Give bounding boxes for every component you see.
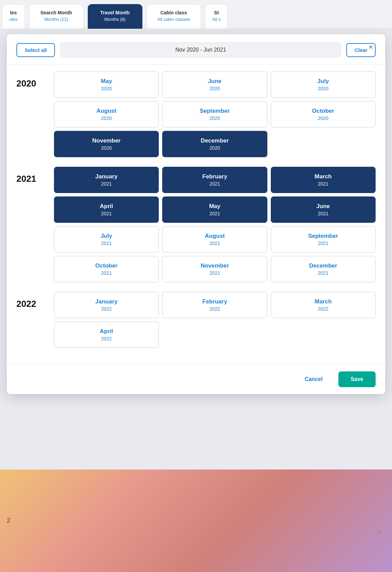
month-btn-january-2021[interactable]: January2021	[54, 167, 159, 193]
month-year: 2022	[58, 336, 155, 341]
year-section-2021: 2021January2021February2021March2021Apri…	[16, 167, 376, 282]
month-btn-october-2020[interactable]: October2020	[271, 101, 376, 127]
month-btn-april-2021[interactable]: April2021	[54, 196, 159, 223]
nav-tabs: tes utes Search Month Months (12) Travel…	[0, 0, 392, 29]
month-year: 2021	[275, 270, 372, 276]
month-year: 2020	[58, 115, 155, 121]
month-year: 2021	[166, 211, 263, 216]
month-name: March	[275, 173, 372, 180]
months-grid-2021: January2021February2021March2021April202…	[54, 167, 376, 282]
month-year: 2020	[58, 86, 155, 91]
month-btn-december-2021[interactable]: December2021	[271, 256, 376, 282]
month-year: 2020	[166, 145, 263, 151]
month-btn-february-2021[interactable]: February2021	[162, 167, 267, 193]
month-year: 2022	[275, 306, 372, 312]
month-year: 2020	[58, 145, 155, 151]
month-name: August	[58, 108, 155, 114]
month-name: January	[58, 298, 155, 305]
month-name: May	[58, 78, 155, 85]
month-year: 2022	[58, 306, 155, 312]
month-name: April	[58, 328, 155, 335]
dropdown-footer: Cancel Save	[7, 364, 385, 394]
tab-cabin-class[interactable]: Cabin class All cabin classes	[146, 4, 201, 29]
month-name: February	[166, 298, 263, 305]
month-name: October	[58, 262, 155, 269]
month-btn-may-2021[interactable]: May2021	[162, 196, 267, 223]
month-btn-july-2021[interactable]: July2021	[54, 226, 159, 253]
close-button[interactable]: ×	[365, 41, 377, 53]
tab-search-month-value: Months (12)	[39, 17, 74, 22]
month-btn-december-2020[interactable]: December2020	[162, 131, 267, 157]
tab-status[interactable]: St All s	[205, 4, 228, 29]
months-container: 2020May2020June2020July2020August2020Sep…	[7, 65, 385, 364]
year-section-2020: 2020May2020June2020July2020August2020Sep…	[16, 71, 376, 157]
tab-cabin-class-label: Cabin class	[156, 10, 191, 15]
month-btn-february-2022[interactable]: February2022	[162, 292, 267, 318]
month-btn-july-2020[interactable]: July2020	[271, 71, 376, 98]
save-button[interactable]: Save	[338, 371, 376, 387]
month-name: June	[166, 78, 263, 85]
tab-travel-month-label: Travel Month	[98, 10, 132, 15]
month-name: November	[58, 137, 155, 144]
cancel-button[interactable]: Cancel	[294, 371, 333, 387]
month-btn-august-2020[interactable]: August2020	[54, 101, 159, 127]
date-range-display: Nov 2020 - Jun 2021	[60, 42, 341, 57]
tab-cabin-class-value: All cabin classes	[156, 17, 191, 22]
month-year: 2020	[166, 115, 263, 121]
bg-left-text: 2	[7, 517, 10, 524]
month-year: 2022	[166, 306, 263, 312]
month-year: 2021	[166, 241, 263, 246]
month-year: 2021	[58, 181, 155, 187]
month-name: September	[166, 108, 263, 114]
tab-routes-label: tes	[9, 10, 18, 15]
month-name: November	[166, 262, 263, 269]
month-year: 2020	[275, 86, 372, 91]
background-visual	[0, 469, 392, 572]
month-btn-january-2022[interactable]: January2022	[54, 292, 159, 318]
months-grid-2022: January2022February2022March2022April202…	[54, 292, 376, 348]
month-btn-march-2021[interactable]: March2021	[271, 167, 376, 193]
year-label-2022: 2022	[16, 292, 54, 309]
month-name: December	[275, 262, 372, 269]
month-btn-september-2020[interactable]: September2020	[162, 101, 267, 127]
year-label-2021: 2021	[16, 167, 54, 184]
month-year: 2021	[275, 241, 372, 246]
month-year: 2020	[275, 115, 372, 121]
travel-month-dropdown: Select all Nov 2020 - Jun 2021 Clear × 2…	[7, 34, 385, 394]
month-name: April	[58, 203, 155, 210]
year-section-2022: 2022January2022February2022March2022Apri…	[16, 292, 376, 348]
month-name: February	[166, 173, 263, 180]
month-btn-november-2020[interactable]: November2020	[54, 131, 159, 157]
month-name: August	[166, 233, 263, 240]
month-name: July	[275, 78, 372, 85]
tab-search-month-label: Search Month	[39, 10, 74, 15]
month-year: 2021	[58, 211, 155, 216]
tab-travel-month[interactable]: Travel Month Months (8)	[88, 4, 142, 29]
month-name: December	[166, 137, 263, 144]
month-year: 2021	[166, 270, 263, 276]
tab-travel-month-value: Months (8)	[98, 17, 132, 22]
month-btn-november-2021[interactable]: November2021	[162, 256, 267, 282]
month-year: 2021	[275, 211, 372, 216]
month-name: May	[166, 203, 263, 210]
month-btn-august-2021[interactable]: August2021	[162, 226, 267, 253]
month-btn-september-2021[interactable]: September2021	[271, 226, 376, 253]
bg-right-text: sp	[377, 529, 382, 534]
month-btn-june-2021[interactable]: June2021	[271, 196, 376, 223]
tab-search-month[interactable]: Search Month Months (12)	[29, 4, 84, 29]
tab-status-label: St	[212, 10, 221, 15]
month-btn-march-2022[interactable]: March2022	[271, 292, 376, 318]
select-all-button[interactable]: Select all	[16, 43, 55, 57]
month-name: October	[275, 108, 372, 114]
month-btn-october-2021[interactable]: October2021	[54, 256, 159, 282]
month-btn-june-2020[interactable]: June2020	[162, 71, 267, 98]
month-year: 2021	[166, 181, 263, 187]
month-btn-april-2022[interactable]: April2022	[54, 322, 159, 348]
year-label-2020: 2020	[16, 71, 54, 89]
month-year: 2020	[166, 86, 263, 91]
months-grid-2020: May2020June2020July2020August2020Septemb…	[54, 71, 376, 157]
tab-routes[interactable]: tes utes	[2, 4, 25, 29]
month-btn-may-2020[interactable]: May2020	[54, 71, 159, 98]
month-year: 2021	[275, 181, 372, 187]
month-name: January	[58, 173, 155, 180]
